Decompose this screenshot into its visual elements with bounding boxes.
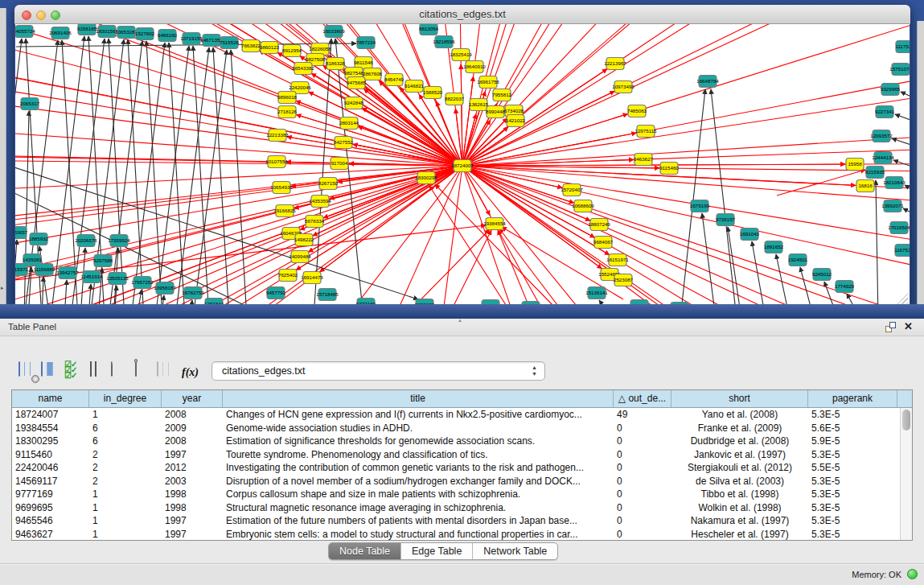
- column-header-in_degree[interactable]: in_degree: [89, 390, 162, 407]
- column-header-out_degree[interactable]: △ out_de...: [614, 390, 671, 407]
- network-node[interactable]: 16816: [856, 180, 874, 192]
- table-row[interactable]: 911546021997Tourette syndrome. Phenomeno…: [12, 448, 912, 462]
- cell-name[interactable]: 9463627: [12, 528, 89, 542]
- network-node[interactable]: 16914479: [301, 272, 323, 284]
- network-node[interactable]: 2520657: [8, 227, 28, 239]
- column-header-title[interactable]: title: [223, 390, 614, 407]
- network-node[interactable]: 9463627: [634, 154, 654, 166]
- network-node[interactable]: 1527602: [135, 28, 155, 40]
- network-node[interactable]: 13505135: [106, 273, 129, 285]
- network-node[interactable]: 2803144: [339, 117, 359, 130]
- network-node[interactable]: 3915971: [9, 264, 29, 276]
- cell-in_degree[interactable]: 2: [89, 448, 162, 462]
- cell-in_degree[interactable]: 1: [89, 514, 162, 528]
- network-node[interactable]: 1774929: [835, 281, 855, 293]
- network-node[interactable]: 19384554: [483, 218, 506, 230]
- column-header-year[interactable]: year: [162, 390, 223, 407]
- network-node[interactable]: 9227341: [875, 106, 895, 118]
- cell-out_degree[interactable]: 0: [614, 435, 671, 448]
- cell-name[interactable]: 18300295: [12, 435, 89, 448]
- cell-in_degree[interactable]: 2: [89, 461, 162, 475]
- network-node[interactable]: 14099484: [289, 251, 311, 263]
- network-node[interactable]: 10107554: [265, 156, 288, 168]
- network-node[interactable]: 9158165: [77, 23, 97, 35]
- network-node[interactable]: 7663822: [241, 40, 261, 52]
- tab-edge-table[interactable]: Edge Table: [401, 543, 473, 559]
- network-node[interactable]: 2523087: [614, 274, 634, 286]
- cell-title[interactable]: Disruption of a novel member of a sodium…: [223, 475, 614, 488]
- expand-left-panel-icon[interactable]: ▸: [1, 285, 4, 291]
- table-panel-titlebar[interactable]: Table Panel ▲ ✕: [0, 319, 924, 336]
- cell-short[interactable]: Yano et al. (2008): [671, 408, 808, 422]
- network-node[interactable]: 9329965: [881, 84, 901, 96]
- network-node[interactable]: 18724007: [451, 160, 474, 172]
- cell-out_degree[interactable]: 0: [614, 475, 671, 488]
- network-node[interactable]: 18807249: [588, 219, 610, 231]
- table-row[interactable]: 1872400712008Changes of HCN gene express…: [12, 408, 912, 422]
- network-node[interactable]: 917004: [331, 158, 348, 170]
- cell-name[interactable]: 9115460: [12, 448, 89, 462]
- network-node[interactable]: 15136141: [585, 287, 608, 299]
- network-node[interactable]: 8990448: [486, 106, 506, 118]
- network-node[interactable]: 8813054: [419, 23, 439, 35]
- cell-pagerank[interactable]: 5.3E-5: [808, 528, 897, 542]
- network-node[interactable]: 7625402: [278, 270, 298, 282]
- cell-out_degree[interactable]: 0: [614, 448, 671, 462]
- cell-short[interactable]: Nakamura et al. (1997): [671, 514, 808, 528]
- table-row[interactable]: 946362711997Embryonic stem cells: a mode…: [12, 528, 912, 542]
- network-node[interactable]: 17016504: [888, 222, 910, 234]
- cell-pagerank[interactable]: 5.5E-5: [808, 461, 897, 475]
- function-builder-icon[interactable]: f(x): [182, 365, 199, 382]
- network-node[interactable]: 1891652: [764, 241, 784, 253]
- cell-in_degree[interactable]: 6: [89, 422, 162, 435]
- cell-short[interactable]: Stergiakouli et al. (2012): [671, 461, 808, 475]
- cell-name[interactable]: 22420046: [12, 461, 89, 475]
- cell-pagerank[interactable]: 5.3E-5: [808, 475, 897, 488]
- cell-pagerank[interactable]: 5.6E-5: [808, 422, 897, 435]
- cell-short[interactable]: Hescheler et al. (1997): [671, 528, 808, 542]
- network-node[interactable]: 1885932: [29, 233, 49, 245]
- cell-title[interactable]: Genome-wide association studies in ADHD.: [223, 422, 614, 435]
- table-selector-dropdown[interactable]: citations_edges.txt ▲▼: [211, 361, 545, 381]
- select-rows-icon[interactable]: ☑✓☑✓☑✓: [64, 362, 82, 380]
- cell-in_degree[interactable]: 6: [89, 435, 162, 448]
- network-node[interactable]: 14353594: [309, 196, 331, 208]
- cell-pagerank[interactable]: 5.9E-5: [808, 435, 897, 448]
- table-row[interactable]: 1830029562008Estimation of significance …: [12, 435, 912, 448]
- network-node[interactable]: 1691043: [740, 229, 760, 241]
- cell-title[interactable]: Estimation of the future numbers of pati…: [223, 514, 614, 528]
- network-node[interactable]: 18640910: [463, 61, 486, 73]
- cell-pagerank[interactable]: 5.3E-5: [808, 448, 897, 462]
- tab-node-table[interactable]: Node Table: [329, 543, 401, 559]
- cell-short[interactable]: Tibbo et al. (1998): [671, 488, 808, 501]
- network-node[interactable]: 1117530: [895, 41, 914, 53]
- cell-pagerank[interactable]: 5.3E-5: [808, 488, 897, 501]
- cell-year[interactable]: 2009: [162, 422, 223, 435]
- network-node[interactable]: 10719155: [180, 33, 203, 45]
- network-node[interactable]: 8454749: [384, 74, 405, 86]
- network-node[interactable]: 8186328: [326, 58, 346, 70]
- cell-out_degree[interactable]: 0: [614, 461, 671, 475]
- select-columns-icon[interactable]: [41, 362, 59, 380]
- network-node[interactable]: 12975115: [634, 126, 657, 138]
- cell-out_degree[interactable]: 0: [614, 514, 671, 528]
- cell-out_degree[interactable]: 0: [614, 422, 671, 435]
- cell-title[interactable]: Investigating the contribution of common…: [223, 461, 614, 475]
- cell-name[interactable]: 19384554: [12, 422, 89, 435]
- cell-year[interactable]: 1997: [162, 448, 223, 462]
- network-node[interactable]: 1924501: [788, 254, 808, 266]
- network-node[interactable]: 15751074: [889, 64, 912, 76]
- network-node[interactable]: 16961758: [477, 76, 499, 89]
- network-node[interactable]: 9245012: [812, 269, 832, 281]
- network-node[interactable]: 10688609: [572, 200, 594, 212]
- cell-out_degree[interactable]: 0: [614, 488, 671, 501]
- memory-status-indicator[interactable]: [907, 569, 918, 579]
- network-node[interactable]: 2718126: [277, 106, 298, 118]
- network-node[interactable]: 7485063: [627, 105, 647, 117]
- cell-year[interactable]: 2008: [162, 408, 223, 422]
- cell-name[interactable]: 9777169: [12, 488, 89, 501]
- network-node[interactable]: 16648784: [696, 76, 719, 88]
- cell-in_degree[interactable]: 2: [89, 475, 162, 488]
- column-header-pagerank[interactable]: pagerank: [808, 390, 897, 407]
- network-node[interactable]: 9896018: [277, 92, 298, 104]
